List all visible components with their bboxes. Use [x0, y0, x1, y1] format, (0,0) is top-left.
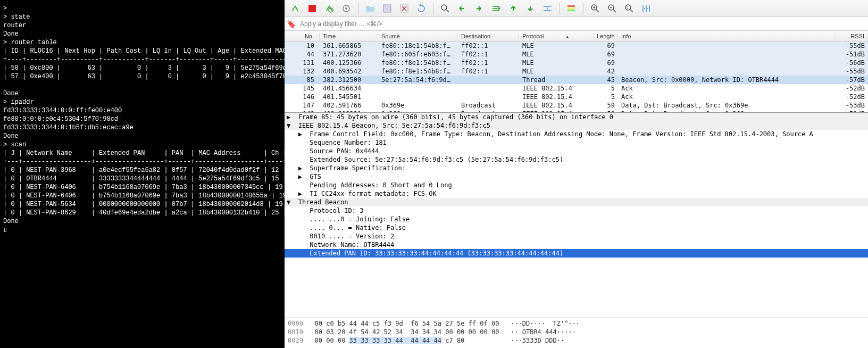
close-file-icon[interactable] [397, 2, 412, 15]
detail-line[interactable]: Extended Source: 5e:27:5a:54:f6:9d:f3:c5… [285, 155, 868, 164]
wireshark-pane: 1 🔖 No. Time Source Destination Protocol… [285, 0, 868, 348]
stop-capture-icon[interactable] [305, 2, 320, 15]
detail-line[interactable]: ▶ GTS [285, 172, 868, 181]
toolbar: 1 [285, 0, 868, 17]
go-first-icon[interactable] [506, 2, 521, 15]
hex-line[interactable]: 0010 00 03 20 4f 54 42 52 34 34 34 34 00… [288, 328, 865, 336]
detail-line[interactable]: Network Name: OTBR4444 [285, 241, 868, 249]
autoscroll-icon[interactable] [540, 2, 555, 15]
detail-line[interactable]: 0010 .... = Version: 2 [285, 232, 868, 241]
col-header-time[interactable]: Time [320, 33, 378, 39]
col-header-dest[interactable]: Destination [458, 33, 519, 39]
packet-row[interactable]: 85382.3125005e:27:5a:54:f6:9d…Thread45Be… [285, 76, 868, 84]
packet-row[interactable]: 146401.545501IEEE 802.15.45Ack-52dB [285, 93, 868, 101]
packet-row[interactable]: 147402.5917660x369eBroadcastIEEE 802.15.… [285, 101, 868, 110]
col-header-length[interactable]: Length [594, 33, 618, 39]
svg-point-3 [345, 7, 347, 10]
detail-line[interactable]: Protocol ID: 3 [285, 206, 868, 215]
col-header-rssi[interactable]: RSSI [836, 33, 868, 39]
detail-line[interactable]: Pending Addresses: 0 Short and 0 Long [285, 181, 868, 189]
packet-list-header[interactable]: No. Time Source Destination Protocol▲ Le… [285, 31, 868, 42]
resize-cols-icon[interactable] [639, 2, 654, 15]
jump-icon[interactable] [489, 2, 504, 15]
detail-line[interactable]: ▼ Thread Beacon [285, 198, 868, 206]
detail-line[interactable]: ▶ TI CC24xx-format metadata: FCS OK [285, 189, 868, 198]
svg-rect-7 [567, 5, 575, 7]
restart-capture-icon[interactable] [322, 2, 337, 15]
hex-dump[interactable]: 0000 00 c0 b5 44 44 c5 f3 9d f6 54 5a 27… [285, 318, 868, 348]
packet-details[interactable]: ▶ Frame 85: 45 bytes on wire (360 bits),… [285, 113, 868, 318]
svg-text:1: 1 [627, 6, 629, 10]
hex-line[interactable]: 0020 00 00 00 33 33 33 33 44 44 44 44 c7… [288, 336, 865, 345]
zoom-out-icon[interactable] [605, 2, 620, 15]
col-header-no[interactable]: No. [285, 33, 320, 39]
svg-rect-0 [308, 5, 316, 12]
packet-list[interactable]: No. Time Source Destination Protocol▲ Le… [285, 31, 868, 113]
find-icon[interactable] [438, 2, 453, 15]
zoom-in-icon[interactable] [588, 2, 603, 15]
col-header-source[interactable]: Source [378, 33, 458, 39]
svg-point-6 [441, 5, 447, 10]
terminal-pane[interactable]: > > state router Done > router table | I… [0, 0, 285, 348]
save-icon[interactable] [380, 2, 395, 15]
svg-rect-8 [567, 7, 575, 9]
display-filter-input[interactable] [298, 19, 866, 29]
detail-line[interactable]: ▶ Superframe Specification: [285, 164, 868, 172]
detail-line[interactable]: .... 0... = Native: False [285, 223, 868, 232]
colorize-icon[interactable] [564, 2, 579, 15]
detail-line[interactable]: Sequence Number: 181 [285, 138, 868, 147]
detail-line[interactable]: ▼ IEEE 802.15.4 Beacon, Src: 5e:27:5a:54… [285, 121, 868, 130]
reload-icon[interactable] [414, 2, 429, 15]
hex-line[interactable]: 0000 00 c0 b5 44 44 c5 f3 9d f6 54 5a 27… [288, 319, 865, 328]
go-last-icon[interactable] [523, 2, 538, 15]
packet-row[interactable]: 44371.273620fe80::605f:e603:f…ff02::1MLE… [285, 50, 868, 59]
start-capture-icon[interactable] [288, 2, 303, 15]
col-header-info[interactable]: Info [618, 33, 836, 39]
detail-line[interactable]: Extended PAN ID: 33:33:33:33:44:44:44:44… [285, 249, 868, 258]
col-header-protocol[interactable]: Protocol▲ [519, 33, 594, 39]
packet-row[interactable]: 132400.693542fe80::f8e1:54b8:f…ff02::1ML… [285, 67, 868, 76]
zoom-reset-icon[interactable]: 1 [622, 2, 637, 15]
filter-bar: 🔖 [285, 17, 868, 31]
open-file-icon[interactable] [363, 2, 378, 15]
options-icon[interactable] [339, 2, 354, 15]
packet-row[interactable]: 145401.456634IEEE 802.15.45Ack-52dB [285, 84, 868, 93]
packet-row[interactable]: 131400.125366fe80::f8e1:54b8:f…ff02::1ML… [285, 59, 868, 67]
detail-line[interactable]: ▶ Frame 85: 45 bytes on wire (360 bits),… [285, 113, 868, 121]
detail-line[interactable]: ▶ Frame Control Field: 0xc000, Frame Typ… [285, 130, 868, 138]
bookmark-icon[interactable]: 🔖 [287, 20, 296, 28]
packet-row[interactable]: 10361.665865fe80::18e1:54b8:f…ff02::1MLE… [285, 42, 868, 50]
svg-rect-4 [383, 5, 391, 12]
next-icon[interactable] [472, 2, 487, 15]
prev-icon[interactable] [455, 2, 470, 15]
detail-line[interactable]: .... ...0 = Joining: False [285, 215, 868, 223]
svg-rect-9 [567, 10, 575, 11]
detail-line[interactable]: Source PAN: 0x4444 [285, 147, 868, 155]
